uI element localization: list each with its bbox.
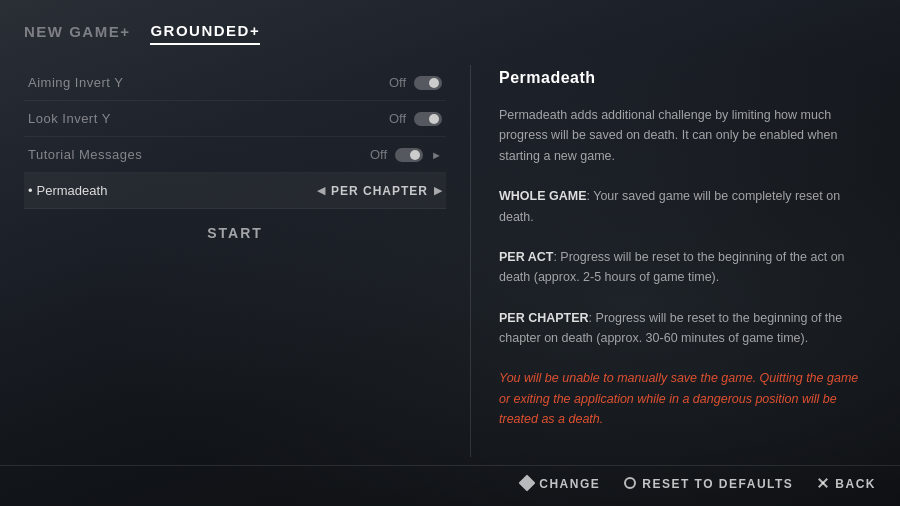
detail-intro-text: Permadeath adds additional challenge by …: [499, 108, 837, 163]
back-button[interactable]: BACK: [817, 476, 876, 492]
detail-title: Permadeath: [499, 69, 872, 87]
detail-warning: You will be unable to manually save the …: [499, 368, 872, 429]
circle-icon: [624, 477, 636, 489]
aiming-invert-y-toggle[interactable]: [414, 76, 442, 90]
change-label: CHANGE: [539, 477, 600, 491]
setting-aiming-invert-y[interactable]: Aiming Invert Y Off: [24, 65, 446, 101]
right-panel: Permadeath Permadeath adds additional ch…: [471, 57, 900, 465]
setting-tutorial-messages-text: Off: [370, 147, 387, 162]
change-button[interactable]: CHANGE: [521, 476, 600, 492]
setting-look-invert-y-value: Off: [389, 111, 442, 126]
permadeath-value: PER CHAPTER: [331, 184, 428, 198]
bullet-icon: •: [28, 183, 33, 198]
tab-grounded-plus[interactable]: GROUNDED+: [150, 18, 260, 45]
setting-tutorial-messages-value: Off ►: [370, 147, 442, 162]
toggle-dot-2: [429, 114, 439, 124]
start-row: START: [24, 209, 446, 257]
header: NEW GAME+ GROUNDED+: [0, 0, 900, 57]
arrow-left-icon[interactable]: ◀: [317, 184, 325, 197]
chevron-right-icon: ►: [431, 149, 442, 161]
reset-label: RESET TO DEFAULTS: [642, 477, 793, 491]
setting-aiming-invert-y-value: Off: [389, 75, 442, 90]
detail-per-chapter-key: PER CHAPTER: [499, 311, 589, 325]
back-label: BACK: [835, 477, 876, 491]
setting-look-invert-y-label: Look Invert Y: [28, 111, 111, 126]
arrow-right-icon[interactable]: ▶: [434, 184, 442, 197]
detail-intro: Permadeath adds additional challenge by …: [499, 105, 872, 166]
left-panel: Aiming Invert Y Off Look Invert Y Off: [0, 57, 470, 465]
setting-permadeath-label: •Permadeath: [28, 183, 107, 198]
detail-per-chapter: PER CHAPTER: Progress will be reset to t…: [499, 308, 872, 349]
setting-tutorial-messages[interactable]: Tutorial Messages Off ►: [24, 137, 446, 173]
start-button[interactable]: START: [207, 225, 263, 241]
toggle-dot: [429, 78, 439, 88]
reset-button[interactable]: RESET TO DEFAULTS: [624, 476, 793, 492]
back-icon: [817, 476, 829, 492]
detail-whole-game-key: WHOLE GAME: [499, 189, 587, 203]
look-invert-y-toggle[interactable]: [414, 112, 442, 126]
detail-per-act-key: PER ACT: [499, 250, 553, 264]
setting-look-invert-y[interactable]: Look Invert Y Off: [24, 101, 446, 137]
toggle-dot-3: [410, 150, 420, 160]
x-icon: [817, 477, 829, 489]
diamond-icon: [519, 475, 536, 492]
setting-aiming-invert-y-label: Aiming Invert Y: [28, 75, 123, 90]
setting-aiming-invert-y-text: Off: [389, 75, 406, 90]
main-area: Aiming Invert Y Off Look Invert Y Off: [0, 57, 900, 465]
detail-per-act: PER ACT: Progress will be reset to the b…: [499, 247, 872, 288]
change-icon: [521, 476, 533, 492]
setting-permadeath[interactable]: •Permadeath ◀ PER CHAPTER ▶: [24, 173, 446, 209]
setting-tutorial-messages-label: Tutorial Messages: [28, 147, 142, 162]
permadeath-selector[interactable]: ◀ PER CHAPTER ▶: [317, 184, 442, 198]
footer: CHANGE RESET TO DEFAULTS BACK: [0, 465, 900, 506]
tab-new-game-plus[interactable]: NEW GAME+: [24, 19, 130, 44]
detail-whole-game: WHOLE GAME: Your saved game will be comp…: [499, 186, 872, 227]
tutorial-messages-toggle[interactable]: [395, 148, 423, 162]
reset-icon: [624, 476, 636, 492]
setting-look-invert-y-text: Off: [389, 111, 406, 126]
detail-warning-text: You will be unable to manually save the …: [499, 371, 858, 426]
